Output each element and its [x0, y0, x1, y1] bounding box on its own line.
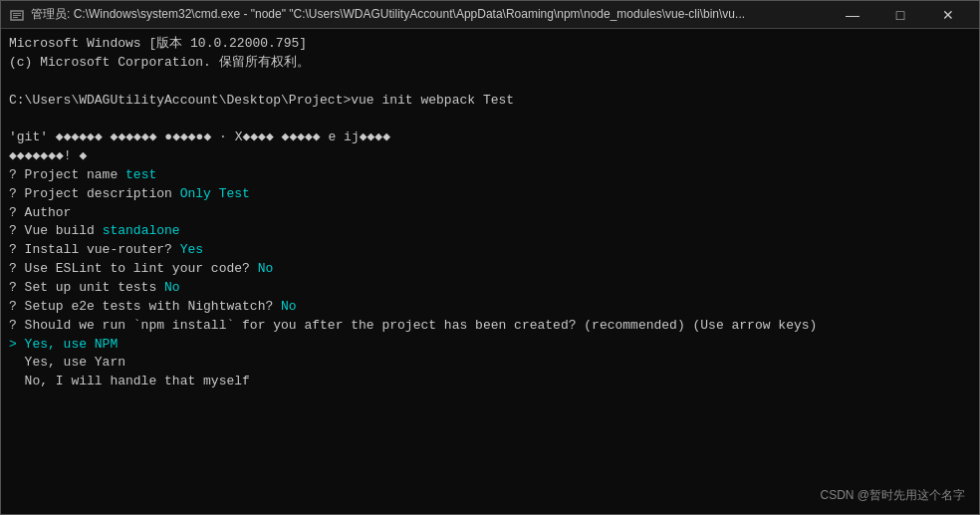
line16-static: ? Should we run `npm install` for you af…: [9, 318, 693, 333]
terminal-line-10: ? Author: [9, 204, 971, 223]
svg-rect-3: [13, 17, 18, 18]
terminal-line-3: [9, 73, 971, 92]
minimize-button[interactable]: —: [830, 1, 875, 29]
title-bar-text: 管理员: C:\Windows\system32\cmd.exe - "node…: [31, 6, 830, 23]
terminal-line-6: 'git' ◆◆◆◆◆◆ ◆◆◆◆◆◆ ●◆◆◆●◆ · X◆◆◆◆ ◆◆◆◆◆…: [9, 129, 971, 147]
terminal-line-19: No, I will handle that myself: [9, 373, 971, 391]
line11-value: standalone: [103, 223, 180, 238]
svg-rect-1: [13, 13, 21, 14]
line15-value: No: [281, 299, 297, 314]
terminal-line-5: [9, 110, 971, 129]
line9-value: Only Test: [180, 186, 250, 201]
terminal-line-16: ? Should we run `npm install` for you af…: [9, 317, 971, 336]
terminal-line-11: ? Vue build standalone: [9, 222, 971, 241]
line11-static: ? Vue build: [9, 223, 103, 238]
terminal-body: Microsoft Windows [版本 10.0.22000.795] (c…: [1, 29, 979, 514]
window-icon: [9, 7, 25, 23]
line16-hint: (Use arrow keys): [693, 318, 818, 333]
line9-static: ? Project description: [9, 186, 180, 201]
line14-value: No: [164, 280, 180, 295]
terminal-line-8: ? Project name test: [9, 166, 971, 185]
terminal-line-14: ? Set up unit tests No: [9, 279, 971, 298]
maximize-button[interactable]: □: [877, 1, 923, 29]
terminal-line-7: ◆◆◆◆◆◆◆! ◆: [9, 147, 971, 166]
svg-rect-2: [13, 15, 21, 16]
close-button[interactable]: ✕: [925, 1, 971, 29]
line15-static: ? Setup e2e tests with Nightwatch?: [9, 299, 281, 314]
cmd-window: 管理员: C:\Windows\system32\cmd.exe - "node…: [0, 0, 980, 515]
line14-static: ? Set up unit tests: [9, 280, 164, 295]
line12-static: ? Install vue-router?: [9, 242, 180, 257]
terminal-line-15: ? Setup e2e tests with Nightwatch? No: [9, 298, 971, 317]
terminal-content: Microsoft Windows [版本 10.0.22000.795] (c…: [9, 35, 971, 391]
title-bar: 管理员: C:\Windows\system32\cmd.exe - "node…: [1, 1, 979, 29]
terminal-line-12: ? Install vue-router? Yes: [9, 241, 971, 260]
title-bar-controls: — □ ✕: [830, 1, 971, 29]
terminal-line-1: Microsoft Windows [版本 10.0.22000.795]: [9, 35, 971, 54]
line13-static: ? Use ESLint to lint your code?: [9, 261, 258, 276]
terminal-line-9: ? Project description Only Test: [9, 185, 971, 204]
line8-value: test: [125, 167, 156, 182]
terminal-line-4: C:\Users\WDAGUtilityAccount\Desktop\Proj…: [9, 92, 971, 111]
terminal-line-13: ? Use ESLint to lint your code? No: [9, 260, 971, 279]
watermark: CSDN @暂时先用这个名字: [820, 487, 965, 504]
line12-value: Yes: [180, 242, 203, 257]
line8-static: ? Project name: [9, 167, 125, 182]
terminal-line-17: > Yes, use NPM: [9, 336, 971, 355]
terminal-line-18: Yes, use Yarn: [9, 354, 971, 373]
line13-value: No: [258, 261, 274, 276]
terminal-line-2: (c) Microsoft Corporation. 保留所有权利。: [9, 54, 971, 73]
